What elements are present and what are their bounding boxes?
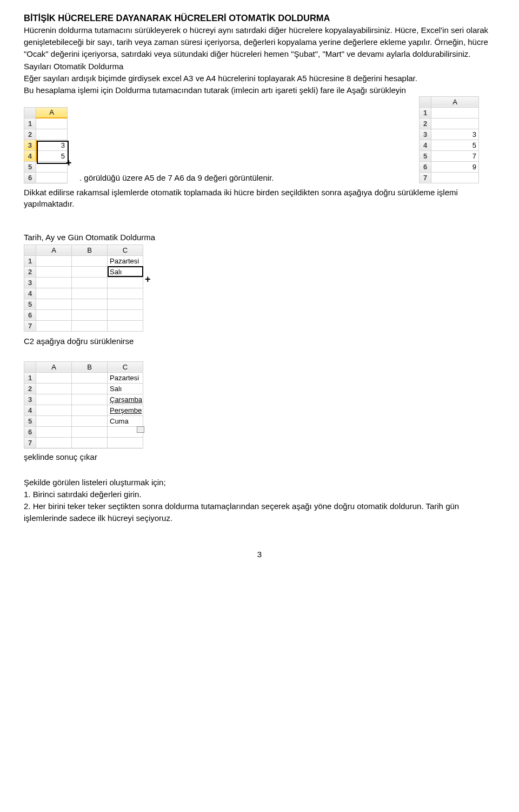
xl-cell: Salı: [108, 383, 143, 394]
xl-cell: [36, 299, 72, 309]
xl-cell: [36, 129, 68, 140]
paragraph-4: Dikkat edilirse rakamsal işlemlerde otom…: [24, 187, 495, 210]
xl-cell: [36, 172, 68, 183]
xl-cell: [36, 288, 72, 299]
paragraph-2: Eğer sayıları ardışık biçimde girdiysek …: [24, 72, 495, 84]
xl-cell: [36, 405, 72, 415]
xl-row-header: 6: [420, 161, 431, 172]
xl-row-header: 7: [24, 437, 36, 448]
xl-corner: [420, 96, 431, 107]
xl-row-header: 6: [24, 309, 36, 320]
xl-cell: [72, 299, 108, 309]
xl-cell: 3: [431, 129, 479, 140]
xl-row-header: 5: [420, 150, 431, 161]
xl-row-header: 4: [420, 140, 431, 150]
xl-col-header: A: [431, 96, 479, 107]
xl-row-header: 2: [24, 383, 36, 394]
xl-cell: [72, 320, 108, 331]
fill-handle-plus-icon: +: [145, 274, 151, 284]
xl-row-header: 5: [24, 161, 36, 172]
xl-row-header: 2: [420, 118, 431, 129]
xl-cell: [36, 372, 72, 383]
list-item-1: 1. Birinci satırdaki değerleri girin.: [24, 488, 495, 500]
xl-cell: [36, 426, 72, 437]
page-number: 3: [24, 550, 495, 559]
xl-cell: [72, 383, 108, 394]
xl-cell: Perşembe: [108, 405, 143, 415]
excel-snippet-4: A B C 1Pazartesi 2Salı 3Çarşamba 4Perşem…: [24, 361, 143, 448]
xl-cell: [72, 255, 108, 266]
paragraph-1: Hücrenin doldurma tutamacını sürükleyere…: [24, 24, 495, 60]
xl-row-header: 3: [420, 129, 431, 140]
xl-row-header: 7: [24, 320, 36, 331]
xl-row-header: 2: [24, 266, 36, 277]
list-item-2: 2. Her birini teker teker seçtikten sonr…: [24, 500, 495, 524]
xl-cell: [108, 320, 143, 331]
xl-cell: 9: [431, 161, 479, 172]
xl-row-header: 4: [24, 288, 36, 299]
xl-cell: Cuma: [108, 415, 143, 426]
paragraph-3: Bu hesaplama işlemi için Doldurma tutama…: [24, 84, 495, 96]
xl-row-header: 2: [24, 129, 36, 140]
xl-row-header: 1: [24, 372, 36, 383]
xl-row-header: 4: [24, 405, 36, 415]
subheading-2: Tarih, Ay ve Gün Otomatik Doldurma: [24, 232, 495, 243]
xl-col-header: B: [72, 245, 108, 255]
xl-cell: [36, 415, 72, 426]
xl-cell: 5: [431, 140, 479, 150]
xl-row-header: 7: [420, 172, 431, 183]
text-after-images: . görüldüğü üzere A5 de 7 A6 da 9 değeri…: [79, 173, 274, 182]
xl-row-header: 4: [24, 150, 36, 161]
xl-cell: [72, 309, 108, 320]
xl-cell: [36, 161, 68, 172]
excel-snippet-1: A 1 2 33 45 5 6 +: [24, 107, 68, 183]
xl-cell: [72, 405, 108, 415]
xl-col-header: C: [108, 361, 143, 372]
excel-snippet-2: A 1 2 33 45 57 69 7: [419, 96, 479, 183]
xl-col-header: A: [36, 107, 68, 118]
subheading-1: Sayıları Otomatik Doldurma: [24, 61, 495, 72]
xl-cell: [36, 309, 72, 320]
xl-cell: [36, 394, 72, 405]
xl-cell: [72, 437, 108, 448]
xl-cell: [431, 172, 479, 183]
xl-row-header: 1: [24, 255, 36, 266]
xl-corner: [24, 361, 36, 372]
xl-corner: [24, 245, 36, 255]
xl-cell: [36, 118, 68, 129]
xl-cell: [72, 372, 108, 383]
xl-cell: Çarşamba: [108, 394, 143, 405]
xl-row-header: 3: [24, 277, 36, 288]
fill-handle-plus-icon: +: [66, 158, 72, 168]
xl-cell: [72, 288, 108, 299]
xl-row-header: 1: [24, 118, 36, 129]
xl-row-header: 6: [24, 426, 36, 437]
xl-cell: 7: [431, 150, 479, 161]
xl-col-header: B: [72, 361, 108, 372]
xl-cell-selected: Salı: [108, 266, 143, 277]
xl-cell: [72, 394, 108, 405]
xl-row-header: 6: [24, 172, 36, 183]
xl-cell: [36, 437, 72, 448]
xl-cell: [108, 299, 143, 309]
xl-row-header: 5: [24, 299, 36, 309]
xl-cell: [72, 426, 108, 437]
xl-cell: 3: [36, 140, 68, 150]
xl-row-header: 3: [24, 394, 36, 405]
xl-cell: [431, 118, 479, 129]
xl-cell: [36, 383, 72, 394]
xl-cell: Pazartesi: [108, 255, 143, 266]
xl-col-header: C: [108, 245, 143, 255]
xl-corner: [24, 107, 36, 118]
xl-row-header: 3: [24, 140, 36, 150]
xl-cell: [72, 266, 108, 277]
xl-cell: [108, 437, 143, 448]
xl-row-header: 5: [24, 415, 36, 426]
xl-cell: [36, 277, 72, 288]
paragraph-6: şeklinde sonuç çıkar: [24, 451, 495, 463]
paragraph-5: C2 aşağıya doğru sürüklenirse: [24, 335, 495, 347]
xl-col-header: A: [36, 361, 72, 372]
xl-cell: [72, 277, 108, 288]
xl-cell: [36, 320, 72, 331]
xl-cell: 5: [36, 150, 68, 161]
